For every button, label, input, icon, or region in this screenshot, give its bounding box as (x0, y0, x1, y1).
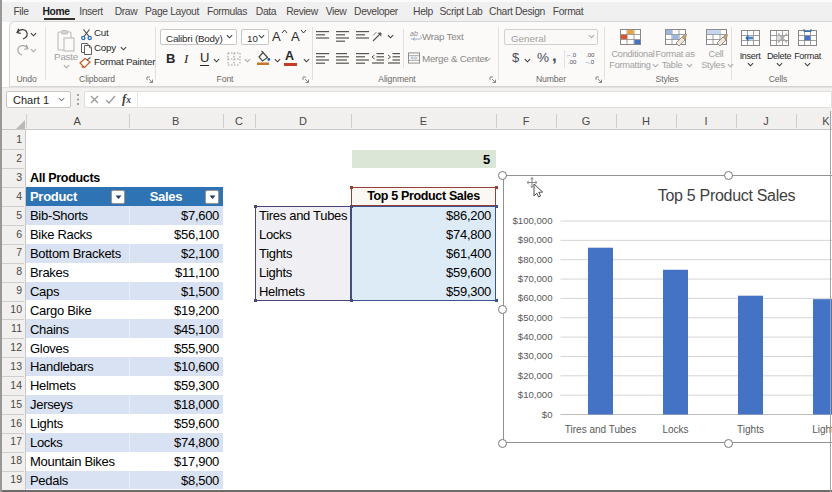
svg-text:$80,000: $80,000 (517, 254, 552, 265)
svg-text:ab: ab (410, 30, 418, 37)
svg-text:Tires and Tubes: Tires and Tubes (564, 424, 635, 435)
svg-text:$70,000: $70,000 (517, 273, 552, 284)
svg-text:$30,000: $30,000 (517, 350, 552, 361)
svg-text:.00: .00 (568, 59, 577, 65)
svg-text:$20,000: $20,000 (517, 370, 552, 381)
svg-text:$0: $0 (541, 409, 552, 420)
svg-text:$50,000: $50,000 (517, 312, 552, 323)
svg-text:$100,000: $100,000 (512, 215, 552, 226)
svg-text:Tights: Tights (737, 424, 764, 435)
svg-text:.00: .00 (586, 52, 595, 58)
svg-text:$10,000: $10,000 (517, 389, 552, 400)
svg-text:$90,000: $90,000 (517, 234, 552, 245)
svg-text:Top 5 Product Sales: Top 5 Product Sales (657, 187, 795, 204)
svg-text:.0: .0 (571, 52, 577, 58)
svg-text:$60,000: $60,000 (517, 292, 552, 303)
svg-text:$40,000: $40,000 (517, 331, 552, 342)
svg-text:Locks: Locks (662, 424, 688, 435)
svg-text:.0: .0 (589, 59, 595, 65)
